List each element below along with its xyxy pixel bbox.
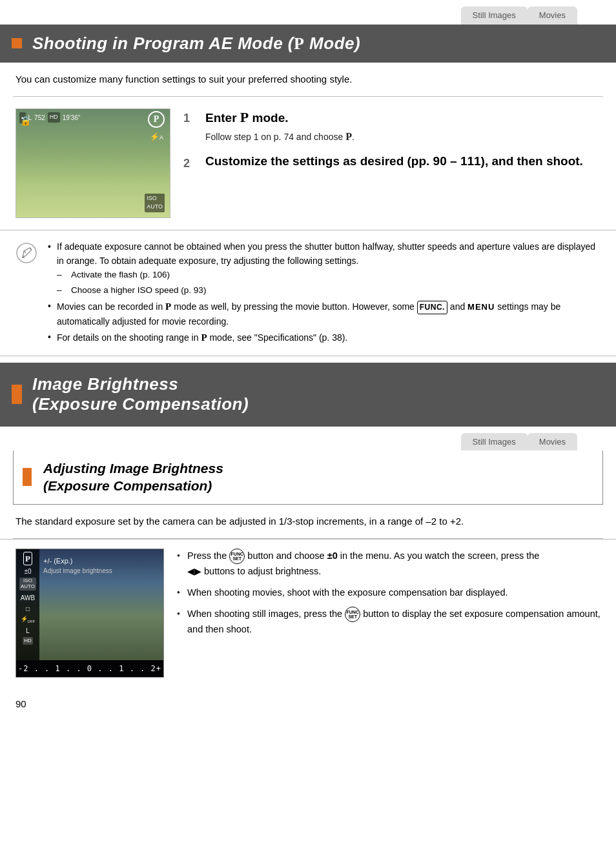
note3-part2: mode, see "Specifications" (p. 38). — [207, 332, 348, 343]
exp-cam-sidebar: P ±0 ISOAUTO AWB □ ⚡OFF L HD — [16, 549, 39, 660]
note-sub1-text: Activate the flash (p. 106) — [71, 270, 170, 279]
top-tabs-row: Still Images Movies — [0, 0, 616, 25]
exp-step3-part1: When shooting still images, press the — [187, 609, 345, 619]
note3-part1: For details on the shooting range in — [57, 332, 201, 343]
section1-title: Shooting in Program AE Mode (P Mode) — [32, 34, 601, 54]
step1-desc-part2: . — [352, 132, 354, 142]
sub-title-line1: Adjusting Image Brightness — [43, 461, 223, 476]
note3-p: P — [201, 332, 207, 343]
step-section: ▪ L 752 HD 19'36" P ⚡A ISOAUTO 🔒 1 Enter… — [0, 97, 616, 230]
menu-badge: MENU — [467, 301, 495, 314]
sub-tabs-row: Still Images Movies — [0, 427, 616, 451]
sub-title-line2: (Exposure Compensation) — [43, 478, 212, 493]
exp-cam-scale: -2 . . 1 . . 0 . . 1 . . 2+ — [16, 660, 163, 677]
sub-tab-movies-label: Movies — [539, 437, 566, 447]
exp-cam-label2: Adjust image brightness — [43, 566, 112, 576]
section2-title-line2: (Exposure Compensation) — [32, 394, 249, 414]
step2-number: 2 — [183, 155, 198, 172]
page-container: Still Images Movies Shooting in Program … — [0, 0, 616, 868]
exp-cam-label1: +/- (Exp.) — [43, 556, 73, 567]
cam-shots: 752 — [34, 113, 45, 123]
section1-intro: You can customize many function settings… — [0, 63, 616, 96]
note2-and: and — [447, 301, 467, 312]
section2-header: Image Brightness (Exposure Compensation) — [0, 363, 616, 426]
step1-desc: Follow step 1 on p. 74 and choose P. — [205, 129, 354, 145]
exp-step1-part1: Press the — [187, 550, 229, 561]
sub-section-title: Adjusting Image Brightness (Exposure Com… — [43, 459, 590, 495]
exp-step3: When shooting still images, press the FU… — [177, 607, 601, 637]
note-item3: For details on the shooting range in P m… — [48, 330, 601, 345]
cam-iso-badge: ISOAUTO — [145, 194, 165, 212]
page-number-text: 90 — [15, 698, 26, 709]
intro-text: You can customize many function settings… — [15, 72, 601, 87]
sidebar-square: □ — [26, 604, 30, 614]
exposure-steps: Press the FUNCSET button and choose ±0 i… — [177, 549, 601, 644]
sub-section-bullet — [23, 468, 32, 486]
section1-header: Shooting in Program AE Mode (P Mode) — [0, 25, 616, 63]
note-box: If adequate exposure cannot be obtained … — [0, 230, 616, 357]
exp-step2-text: When shooting movies, shoot with the exp… — [187, 587, 508, 598]
func-badge: FUNC. — [417, 301, 447, 314]
exp-cam-screen: P ±0 ISOAUTO AWB □ ⚡OFF L HD +/- (Exp.) … — [16, 549, 163, 660]
tab-movies-label: Movies — [539, 10, 566, 20]
sidebar-flash-off: ⚡OFF — [21, 615, 36, 625]
cam-time: 19'36" — [63, 113, 81, 123]
tab-still-images-sub[interactable]: Still Images — [461, 433, 528, 451]
func-circle-text2: FUNCSET — [346, 610, 358, 619]
note1-text: If adequate exposure cannot be obtained … — [57, 241, 595, 266]
sub-tab-still-images-label: Still Images — [473, 437, 516, 447]
cam-hd-icon: HD — [48, 112, 60, 123]
note-content: If adequate exposure cannot be obtained … — [48, 239, 601, 347]
cam-p-mode-circle: P — [148, 111, 165, 128]
note-item2: Movies can be recorded in P mode as well… — [48, 299, 601, 329]
lr-arrows-icon: ◀▶ — [187, 566, 201, 576]
steps-container: 1 Enter P mode. Follow step 1 on p. 74 a… — [183, 108, 601, 182]
exp-step2: When shooting movies, shoot with the exp… — [177, 585, 601, 600]
cam-lightning-icon: ⚡A — [150, 131, 163, 143]
step1-title-part1: Enter — [205, 111, 240, 125]
step1-row: 1 Enter P mode. Follow step 1 on p. 74 a… — [183, 108, 601, 145]
step1-desc-part1: Follow step 1 on p. 74 and choose — [205, 132, 345, 142]
exposure-cam-box: P ±0 ISOAUTO AWB □ ⚡OFF L HD +/- (Exp.) … — [15, 549, 164, 678]
tab-movies-sub[interactable]: Movies — [528, 433, 577, 451]
step2-content: Customize the settings as desired (pp. 9… — [205, 154, 583, 170]
section1-title-p: P — [294, 34, 304, 53]
section2-title: Image Brightness (Exposure Compensation) — [32, 374, 601, 414]
note-sub-item1: Activate the flash (p. 106) — [57, 268, 601, 282]
section1-title-part2: Mode) — [304, 34, 360, 53]
tab-movies-top[interactable]: Movies — [528, 6, 577, 25]
exp-scale-text: -2 . . 1 . . 0 . . 1 . . 2+ — [18, 663, 161, 674]
note-sub2-text: Choose a higher ISO speed (p. 93) — [71, 285, 206, 295]
exposure-intro-text: The standard exposure set by the camera … — [15, 514, 601, 529]
cam-lock-icon: 🔒 — [20, 114, 31, 128]
note2-part1: Movies can be recorded in — [57, 301, 165, 312]
step1-content: Enter P mode. Follow step 1 on p. 74 and… — [205, 108, 354, 145]
section2-bullet — [12, 385, 22, 404]
exp-step1-part4: buttons to adjust brightness. — [204, 566, 321, 576]
tab-still-images-top[interactable]: Still Images — [461, 6, 528, 25]
exp-step1: Press the FUNCSET button and choose ±0 i… — [177, 549, 601, 579]
bullet-square-icon — [12, 38, 22, 48]
page-number: 90 — [0, 687, 616, 722]
note-sub-item2: Choose a higher ISO speed (p. 93) — [57, 283, 601, 298]
func-circle-text1: FUNCSET — [231, 552, 243, 561]
note-item1: If adequate exposure cannot be obtained … — [48, 239, 601, 298]
tab-still-images-label: Still Images — [473, 10, 516, 20]
exposure-intro: The standard exposure set by the camera … — [0, 505, 616, 538]
step2-row: 2 Customize the settings as desired (pp.… — [183, 154, 601, 172]
sidebar-exposure-val: ±0 — [24, 567, 31, 576]
svg-point-0 — [17, 243, 36, 263]
step1-title: Enter P mode. — [205, 108, 354, 127]
sidebar-hd: HD — [23, 637, 33, 645]
note2-p: P — [165, 301, 171, 312]
exposure-step-section: P ±0 ISOAUTO AWB □ ⚡OFF L HD +/- (Exp.) … — [0, 539, 616, 687]
sub-section-header: Adjusting Image Brightness (Exposure Com… — [13, 450, 603, 505]
note2-part2: mode as well, by pressing the movie butt… — [171, 301, 417, 312]
func-circle-icon2: FUNCSET — [345, 607, 360, 622]
section2-title-line1: Image Brightness — [32, 374, 178, 394]
step2-title: Customize the settings as desired (pp. 9… — [205, 154, 583, 170]
step1-desc-p: P — [345, 131, 352, 142]
sidebar-awb: AWB — [21, 593, 35, 603]
camera-image-box: ▪ L 752 HD 19'36" P ⚡A ISOAUTO 🔒 — [15, 108, 170, 218]
step1-title-part2: mode. — [249, 111, 288, 125]
